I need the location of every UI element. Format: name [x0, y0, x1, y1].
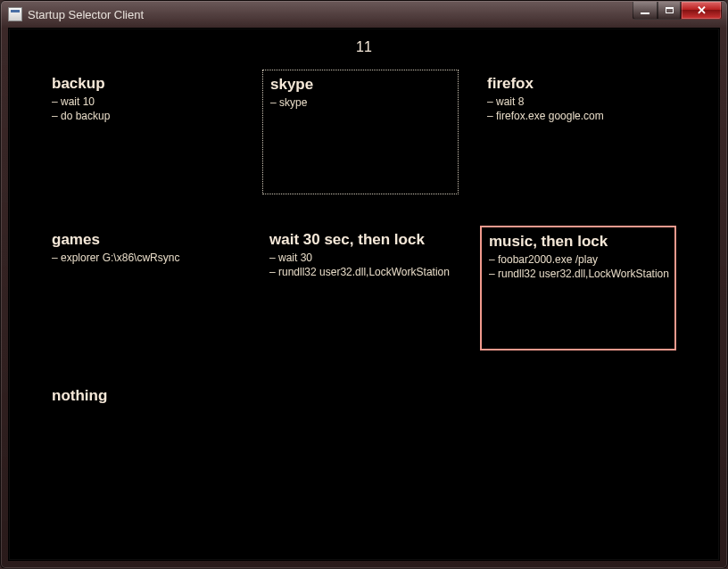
tile-command-text: rundll32 user32.dll,LockWorkStation: [498, 268, 669, 280]
bullet: –: [270, 96, 279, 109]
tile-command-text: skype: [279, 96, 307, 109]
app-icon: [8, 7, 22, 21]
window-title: Startup Selector Client: [28, 8, 144, 21]
bullet: –: [52, 252, 61, 264]
tile-command-text: explorer G:\x86\cwRsync: [61, 252, 179, 264]
maximize-icon: [666, 7, 674, 13]
tile-title: firefox: [487, 75, 669, 93]
tile-command: – foobar2000.exe /play: [489, 252, 667, 267]
tile-command: – rundll32 user32.dll,LockWorkStation: [269, 265, 451, 279]
minimize-button[interactable]: [633, 2, 658, 20]
minimize-icon: [641, 12, 649, 14]
option-tile[interactable]: wait 30 sec, then lock– wait 30– rundll3…: [262, 226, 459, 350]
client-area: 11 backup– wait 10– do backupskype– skyp…: [8, 28, 720, 561]
bullet: –: [489, 253, 498, 266]
tile-command: – wait 30: [269, 251, 451, 265]
tile-command: – skype: [270, 95, 451, 110]
tile-grid: backup– wait 10– do backupskype– skypefi…: [45, 70, 698, 538]
option-tile[interactable]: backup– wait 10– do backup: [45, 70, 241, 194]
option-tile[interactable]: firefox– wait 8– firefox.exe google.com: [480, 70, 676, 194]
tile-command-text: wait 10: [61, 95, 95, 108]
tile-title: nothing: [52, 387, 234, 405]
bullet: –: [52, 95, 61, 108]
tile-command-text: foobar2000.exe /play: [498, 253, 598, 266]
bullet: –: [487, 95, 496, 108]
tile-command: – wait 10: [52, 95, 234, 109]
option-tile[interactable]: nothing: [45, 382, 241, 507]
option-tile[interactable]: games– explorer G:\x86\cwRsync: [45, 226, 241, 350]
close-button[interactable]: ✕: [681, 2, 722, 20]
close-icon: ✕: [697, 4, 707, 16]
countdown-timer: 11: [9, 39, 719, 55]
tile-command-text: wait 30: [278, 252, 312, 264]
tile-title: wait 30 sec, then lock: [269, 231, 451, 249]
bullet: –: [269, 252, 278, 264]
tile-command-text: firefox.exe google.com: [496, 110, 604, 122]
tile-title: backup: [52, 75, 234, 93]
tile-command-text: do backup: [61, 110, 110, 122]
bullet: –: [489, 268, 498, 280]
tile-title: music, then lock: [489, 233, 667, 251]
bullet: –: [487, 110, 496, 122]
window-controls: ✕: [633, 2, 722, 20]
bullet: –: [52, 110, 61, 122]
tile-command: – firefox.exe google.com: [487, 109, 669, 123]
tile-command-text: wait 8: [496, 95, 524, 108]
maximize-button[interactable]: [658, 2, 681, 20]
tile-title: games: [52, 231, 234, 249]
tile-command: – explorer G:\x86\cwRsync: [52, 251, 234, 265]
titlebar[interactable]: Startup Selector Client ✕: [1, 1, 727, 28]
tile-command: – wait 8: [487, 95, 669, 109]
tile-command: – do backup: [52, 109, 234, 123]
option-tile[interactable]: music, then lock– foobar2000.exe /play– …: [480, 226, 676, 350]
tile-command-text: rundll32 user32.dll,LockWorkStation: [278, 266, 450, 278]
tile-title: skype: [270, 76, 451, 94]
tile-command: – rundll32 user32.dll,LockWorkStation: [489, 267, 667, 281]
option-tile[interactable]: skype– skype: [262, 70, 459, 194]
bullet: –: [269, 266, 278, 278]
app-window: Startup Selector Client ✕ 11 backup– wai…: [0, 0, 728, 569]
